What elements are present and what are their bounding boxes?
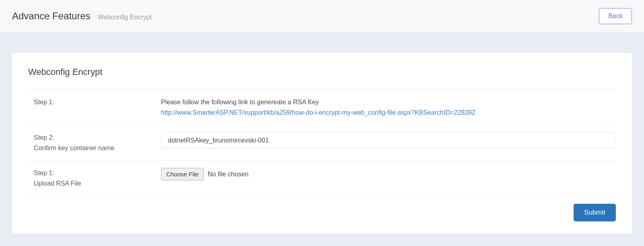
step-2-label: Step 2: Confirm key container name bbox=[28, 132, 161, 153]
page-header: Advance Features Webconfig Encrypt Back bbox=[0, 0, 644, 33]
rsa-key-link[interactable]: http://www.SmarterASP.NET/support/kb/a25… bbox=[161, 109, 475, 116]
step-3-label-line2: Upload RSA File bbox=[34, 180, 81, 187]
page-subtitle: Webconfig Encrypt bbox=[98, 14, 152, 21]
submit-button[interactable]: Submit bbox=[574, 204, 616, 221]
choose-file-button[interactable]: Choose File bbox=[161, 168, 204, 180]
key-container-name-input[interactable] bbox=[161, 132, 616, 149]
step-3-content: Choose File No file chosen bbox=[161, 168, 616, 180]
step-1-content: Please follow the following link to gene… bbox=[161, 97, 616, 118]
step-2-row: Step 2: Confirm key container name bbox=[28, 125, 616, 160]
footer-row: Submit bbox=[28, 196, 616, 221]
step-1-row: Step 1: Please follow the following link… bbox=[28, 89, 616, 125]
step-2-content bbox=[161, 132, 616, 149]
step-1-label: Step 1: bbox=[28, 97, 161, 107]
page-title: Advance Features bbox=[12, 10, 91, 22]
step-3-label-line1: Step 1: bbox=[34, 170, 54, 176]
file-upload-row: Choose File No file chosen bbox=[161, 168, 616, 180]
webconfig-card: Webconfig Encrypt Step 1: Please follow … bbox=[12, 53, 632, 234]
header-left: Advance Features Webconfig Encrypt bbox=[12, 10, 152, 22]
step-3-label: Step 1: Upload RSA File bbox=[28, 168, 161, 188]
content-wrapper: Webconfig Encrypt Step 1: Please follow … bbox=[0, 33, 644, 246]
card-title: Webconfig Encrypt bbox=[28, 67, 616, 77]
step-3-row: Step 1: Upload RSA File Choose File No f… bbox=[28, 160, 616, 196]
step-2-label-line1: Step 2: bbox=[34, 134, 54, 141]
file-status-text: No file chosen bbox=[208, 169, 248, 180]
step-1-text: Please follow the following link to gene… bbox=[161, 99, 319, 105]
back-button[interactable]: Back bbox=[599, 8, 632, 24]
step-2-label-line2: Confirm key container name bbox=[34, 145, 114, 151]
